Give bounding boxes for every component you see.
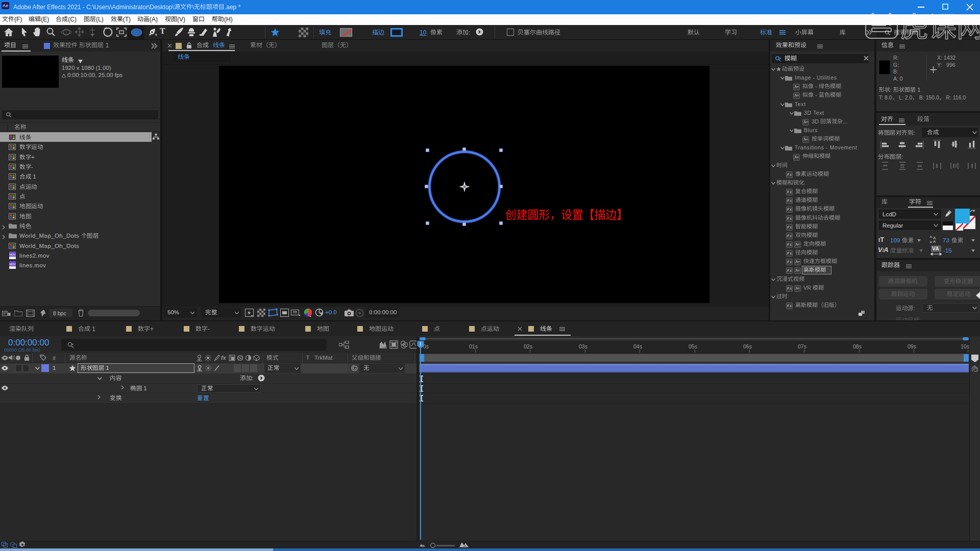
svg-text:MOV: MOV — [9, 253, 16, 256]
svg-text:A: A — [933, 239, 936, 243]
svg-text:MOV: MOV — [9, 263, 16, 266]
